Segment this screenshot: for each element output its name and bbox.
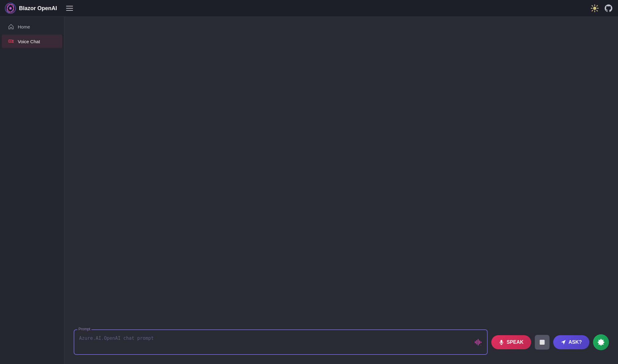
svg-rect-17	[475, 341, 476, 343]
svg-line-11	[597, 6, 597, 6]
main-layout: Home Voice Chat Prompt	[0, 17, 618, 364]
svg-rect-21	[480, 341, 481, 343]
speak-button[interactable]: SPEAK	[491, 335, 531, 349]
prompt-container: Prompt	[74, 329, 487, 355]
sidebar-item-home-label: Home	[18, 24, 30, 29]
stop-icon	[540, 340, 544, 345]
stop-button[interactable]	[535, 335, 549, 350]
svg-rect-20	[479, 340, 480, 344]
menu-button[interactable]	[66, 3, 76, 13]
microphone-icon	[499, 339, 504, 345]
voice-chat-icon	[8, 38, 14, 44]
send-icon	[560, 339, 566, 345]
theme-toggle-icon[interactable]	[590, 4, 599, 13]
svg-line-10	[597, 10, 597, 11]
home-icon	[8, 24, 14, 30]
github-icon[interactable]	[604, 4, 613, 13]
waveform-icon	[474, 338, 483, 347]
svg-point-4	[593, 7, 596, 9]
ask-button-label: ASK?	[568, 339, 582, 345]
prompt-input[interactable]	[74, 330, 487, 353]
logo: Blazor OpenAI	[5, 3, 57, 14]
bottom-input-area: Prompt	[74, 329, 609, 355]
sidebar-item-voice-chat-label: Voice Chat	[18, 39, 40, 44]
prompt-label: Prompt	[77, 327, 92, 331]
chat-area	[64, 17, 618, 364]
speak-button-label: SPEAK	[506, 339, 523, 345]
svg-rect-18	[476, 340, 477, 344]
sidebar-item-voice-chat[interactable]: Voice Chat	[2, 35, 62, 48]
svg-rect-19	[478, 339, 479, 345]
sidebar-item-home[interactable]: Home	[2, 20, 62, 33]
sidebar: Home Voice Chat	[0, 17, 64, 364]
settings-button[interactable]	[593, 334, 609, 350]
app-title: Blazor OpenAI	[19, 5, 57, 12]
svg-line-12	[592, 10, 593, 11]
main-content: Prompt	[64, 17, 618, 364]
topbar: Blazor OpenAI	[0, 0, 618, 17]
ask-button[interactable]: ASK?	[553, 335, 589, 349]
svg-point-3	[9, 7, 12, 9]
app-logo-icon	[5, 3, 16, 14]
svg-line-9	[592, 6, 593, 6]
svg-rect-22	[500, 340, 502, 343]
topbar-right	[590, 4, 613, 13]
gear-icon	[597, 339, 605, 346]
